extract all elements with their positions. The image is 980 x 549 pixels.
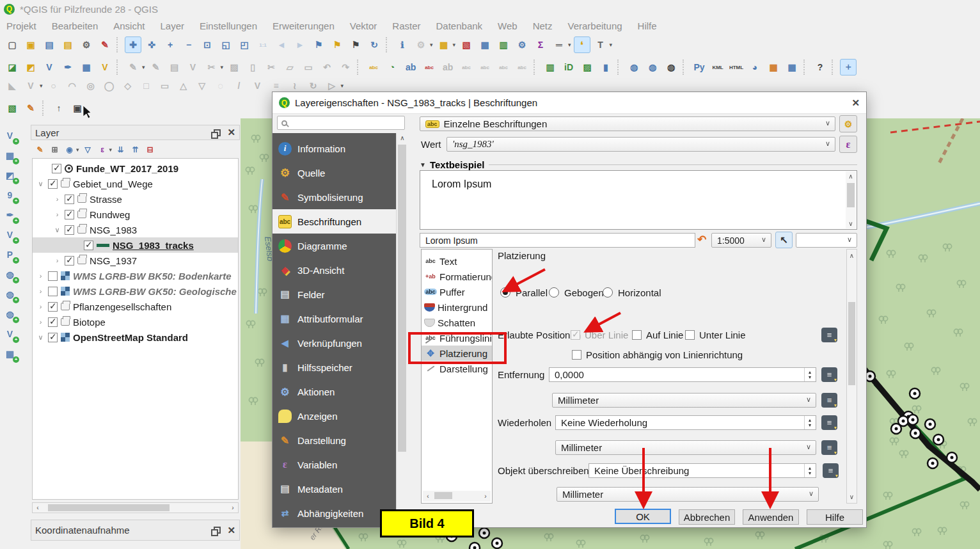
menu-bearbeiten[interactable]: Bearbeiten (52, 20, 99, 31)
add-group-icon[interactable]: ⊞ (48, 143, 61, 157)
zoom-out-icon[interactable]: − (180, 36, 197, 53)
add-vector-layer-icon[interactable]: V (1, 127, 19, 144)
sidebar-item-aktionen[interactable]: Aktionen (273, 379, 396, 404)
show-sum-icon[interactable]: Σ (532, 36, 549, 53)
data-defined-override-icon[interactable]: ≡ (821, 440, 837, 455)
layer-checkbox[interactable] (52, 164, 61, 173)
highlight-pinned-labels-icon[interactable]: abc (421, 59, 438, 76)
sidebar-item-beschriftungen[interactable]: Beschriftungen (273, 209, 396, 234)
pan-to-selection-icon[interactable]: ✜ (143, 36, 160, 53)
close-panel-icon[interactable]: ✕ (227, 525, 235, 536)
sidebar-item-felder[interactable]: Felder (273, 282, 396, 306)
labeling-mode-combo[interactable]: abc Einzelne Beschriftungen (420, 116, 835, 131)
new-virtual-layer-icon[interactable]: V (97, 59, 113, 76)
new-geometry-layer-icon[interactable]: V (41, 59, 58, 76)
sidebar-item-abhaengigkeiten[interactable]: Abhängigkeiten (273, 501, 396, 525)
add-spatialite-layer-icon[interactable]: ✒ (1, 206, 19, 223)
sidebar-item-verknuepfungen[interactable]: Verknüpfungen (273, 331, 396, 355)
layer-labeling-icon[interactable]: abc (365, 59, 382, 76)
sidebar-item-quelle[interactable]: Quelle (273, 161, 396, 185)
measure-line-icon[interactable]: ═ (551, 36, 567, 53)
float-panel-icon[interactable] (214, 527, 221, 534)
identify-features-icon[interactable]: ℹ (394, 36, 411, 53)
radio-horizontal-label[interactable]: Horizontal (618, 287, 661, 298)
html-export-icon[interactable]: HTML (728, 59, 745, 76)
collapse-arrow-icon[interactable]: ∨ (36, 333, 45, 342)
sidebar-scrollbar[interactable]: ∧ (396, 133, 408, 527)
map-theme-layers-icon[interactable]: ▧ (4, 100, 20, 116)
filter-legend-icon[interactable]: ▽ (81, 143, 95, 157)
save-project-as-icon[interactable]: ▤ (59, 36, 76, 53)
repeat-unit-combo[interactable]: Millimeter (555, 440, 816, 455)
group-row-rundweg[interactable]: › Rundweg (33, 207, 238, 222)
layer-row-nsg1983-tracks[interactable]: NSG_1983_tracks (33, 237, 238, 253)
spin-arrows-icon[interactable]: ▴▾ (804, 368, 815, 381)
group-row-nsg1937[interactable]: › NSG_1937 (33, 253, 238, 268)
pan-map-icon[interactable]: ✚ (125, 36, 141, 53)
vertex-tool-dropdown-icon[interactable]: ▾ (221, 64, 224, 70)
collapse-all-icon[interactable]: ⇈ (129, 143, 142, 157)
pin-labels-icon[interactable]: ab (402, 59, 419, 76)
bookmark-manager-icon[interactable]: ⚑ (347, 36, 364, 53)
manage-map-themes-icon[interactable]: ◉ (63, 143, 76, 157)
data-defined-override-icon[interactable]: ≡ (823, 463, 839, 478)
tabs-horizontal-scrollbar[interactable]: ‹ › (423, 491, 491, 502)
expand-all-icon[interactable]: ⇊ (114, 143, 127, 157)
set-from-canvas-cursor-icon[interactable]: ↖ (775, 232, 793, 248)
group-checkbox[interactable] (48, 302, 58, 312)
orthophoto-tool-icon[interactable]: ▨ (579, 59, 596, 76)
tab-hintergrund[interactable]: Hintergrund (422, 299, 492, 315)
dialog-close-icon[interactable]: ✕ (851, 97, 860, 109)
layout-manager-icon[interactable]: ⚙ (78, 36, 95, 53)
globe-view-icon[interactable]: ◕ (747, 59, 763, 76)
sidebar-item-attributformular[interactable]: Attributformular (273, 306, 396, 331)
sidebar-item-anzeigen[interactable]: Anzeigen (273, 404, 396, 428)
scrollbar-thumb[interactable] (398, 145, 406, 452)
expand-arrow-icon[interactable]: › (36, 318, 45, 326)
layer-checkbox[interactable] (84, 241, 93, 250)
text-annotation-icon[interactable]: T (592, 36, 609, 53)
layer-row-funde[interactable]: Funde_WT_2017_2019 (33, 161, 238, 176)
add-postgis-layer-icon[interactable]: P (1, 246, 19, 263)
scroll-right-icon[interactable]: › (228, 504, 238, 511)
scrollbar-thumb[interactable] (434, 492, 452, 499)
new-mesh-layer-icon[interactable]: ▦ (78, 59, 95, 76)
new-bookmark-icon[interactable]: ⚑ (310, 36, 327, 53)
select-features-dropdown-icon[interactable]: ▾ (453, 42, 456, 48)
group-checkbox[interactable] (65, 225, 74, 235)
add-oracle-layer-icon[interactable]: V (1, 226, 19, 243)
expand-arrow-icon[interactable]: › (53, 195, 61, 203)
group-row-nsg1983[interactable]: ∨ NSG_1983 (33, 222, 238, 237)
tab-formatierung[interactable]: Formatierung (422, 269, 492, 284)
add-raster-layer-icon[interactable]: ▦ (1, 147, 19, 164)
table-manager-icon[interactable]: ▦ (784, 59, 800, 76)
radio-gebogen-label[interactable]: Gebogen (564, 287, 604, 298)
python-console-icon[interactable]: Py (691, 59, 707, 76)
new-project-icon[interactable]: ▢ (4, 36, 20, 53)
filter-by-expression-icon[interactable]: ε (96, 143, 109, 157)
add-arcgis-layer-icon[interactable]: ▦ (1, 345, 19, 362)
checkbox-auf-linie-label[interactable]: Auf Linie (646, 330, 683, 340)
simplify-feature-dropdown-icon[interactable]: ▾ (341, 83, 344, 89)
data-defined-override-icon[interactable]: ≡ (821, 367, 837, 382)
map-tips-icon[interactable]: ❛ (574, 36, 590, 53)
zoom-in-icon[interactable]: + (162, 36, 178, 53)
group-row-biotope[interactable]: › Biotope (33, 314, 238, 330)
group-checkbox[interactable] (48, 179, 58, 189)
osm-place-search-icon[interactable]: ◍ (663, 59, 679, 76)
spin-arrows-icon[interactable]: ▴▾ (804, 464, 815, 477)
checkbox-unter-linie-label[interactable]: Unter Linie (699, 330, 746, 340)
scroll-down-icon[interactable]: ∨ (847, 493, 857, 500)
placement-scrollbar[interactable]: ∧ ∨ (846, 249, 857, 504)
menu-verarbeitung[interactable]: Verarbeitung (568, 20, 622, 31)
reset-sample-icon[interactable]: ↶ (697, 233, 710, 246)
select-features-icon[interactable]: ▦ (436, 36, 452, 53)
menu-hilfe[interactable]: Hilfe (638, 20, 657, 31)
help-button[interactable]: Hilfe (807, 509, 863, 525)
scroll-down-icon[interactable]: ∨ (846, 220, 856, 227)
menu-ansicht[interactable]: Ansicht (113, 20, 145, 31)
add-delimited-text-layer-icon[interactable]: 9 (1, 186, 19, 203)
layer-row-wms-bk50[interactable]: › WMS LGRB-BW BK50: Bodenkarte (33, 268, 238, 283)
manage-map-themes-dropdown-icon[interactable]: ▾ (76, 147, 79, 153)
zoom-full-icon[interactable]: ⊡ (199, 36, 216, 53)
